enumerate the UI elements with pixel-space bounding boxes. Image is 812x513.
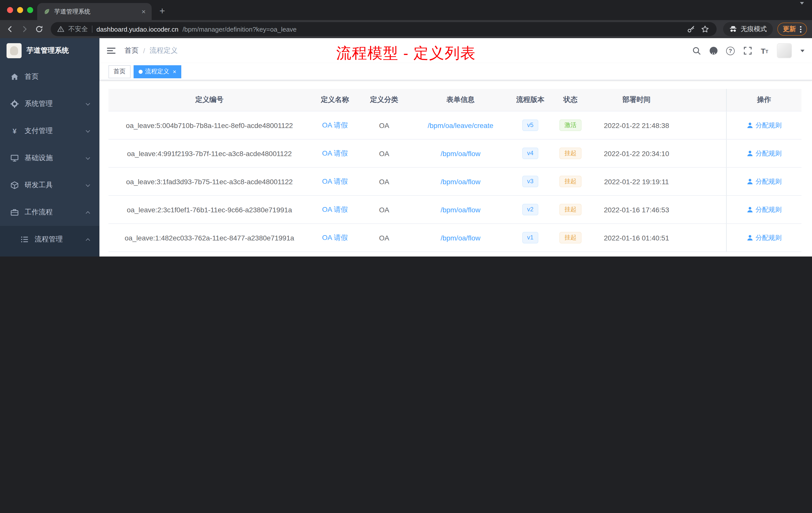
chrome-update-button[interactable]: 更新 — [777, 23, 807, 36]
browser-tab[interactable]: 芋道管理系统 × — [37, 3, 152, 20]
col-deploy-time: 部署时间 — [592, 95, 680, 104]
cell-status: 挂起 — [548, 204, 592, 215]
warning-icon — [57, 26, 64, 33]
definition-name-link[interactable]: OA 请假 — [322, 205, 348, 213]
definition-name-link[interactable]: OA 请假 — [322, 149, 348, 157]
incognito-label: 无痕模式 — [741, 25, 767, 34]
sidebar-item-payment[interactable]: ¥ 支付管理 — [0, 117, 99, 145]
form-info-link[interactable]: /bpm/oa/flow — [441, 149, 481, 157]
font-size-icon[interactable]: TT — [760, 46, 769, 56]
gear-icon — [10, 100, 19, 108]
breadcrumb-separator: / — [143, 47, 145, 55]
cell-deploy-time: 2022-01-22 20:34:10 — [592, 149, 680, 157]
cell-category: OA — [359, 234, 409, 242]
form-info-link[interactable]: /bpm/oa/flow — [441, 234, 481, 242]
monitor-icon — [10, 154, 19, 162]
window-controls — [7, 7, 33, 13]
form-info-link[interactable]: /bpm/oa/flow — [441, 177, 481, 185]
status-badge: 挂起 — [559, 232, 581, 243]
sidebar-item-system[interactable]: 系统管理 — [0, 90, 99, 117]
tag-home[interactable]: 首页 — [109, 65, 130, 78]
definition-name-link[interactable]: OA 请假 — [322, 121, 348, 129]
tab-search-icon[interactable] — [800, 4, 804, 13]
browser-menu-icon[interactable] — [800, 26, 802, 32]
assign-rule-link[interactable]: 分配规则 — [747, 233, 782, 242]
version-tag: v5 — [522, 119, 538, 131]
cell-category: OA — [359, 206, 409, 214]
tag-close-icon[interactable]: × — [173, 68, 176, 75]
cell-definition-id: oa_leave:4:991f2193-7b7f-11ec-a3c8-acde4… — [109, 149, 310, 157]
page-content: 定义编号 定义名称 定义分类 表单信息 流程版本 状态 部署时间 操作 oa_l… — [99, 80, 812, 256]
assign-rule-link[interactable]: 分配规则 — [747, 177, 782, 186]
cell-deploy-time: 2022-01-16 01:40:51 — [592, 234, 680, 242]
col-definition-id: 定义编号 — [109, 95, 310, 104]
cell-category: OA — [359, 149, 409, 157]
avatar-caret-icon[interactable] — [801, 50, 805, 52]
back-icon[interactable] — [5, 24, 15, 34]
sidebar-item-label: 研发工具 — [25, 181, 53, 190]
cell-definition-name: OA 请假 — [310, 177, 359, 186]
cell-actions: 分配规则 — [726, 224, 802, 251]
user-icon — [747, 178, 753, 185]
user-icon — [747, 122, 753, 128]
sidebar-item-infrastructure[interactable]: 基础设施 — [0, 145, 99, 172]
sidebar-item-home[interactable]: 首页 — [0, 63, 99, 90]
hamburger-icon[interactable] — [107, 46, 117, 56]
form-info-link[interactable]: /bpm/oa/flow — [441, 206, 481, 214]
sidebar-item-process-management[interactable]: 流程管理 — [0, 226, 99, 253]
assign-rule-link[interactable]: 分配规则 — [747, 149, 782, 158]
cell-form-info: /bpm/oa/flow — [409, 206, 512, 214]
logo-title: 芋道管理系统 — [27, 46, 69, 55]
github-icon[interactable] — [708, 46, 718, 56]
new-tab-button[interactable]: + — [155, 3, 170, 19]
table-row: oa_leave:2:3c1f0ef1-76b1-11ec-9c66-a2380… — [109, 196, 802, 224]
breadcrumb-home[interactable]: 首页 — [124, 46, 139, 55]
cell-version: v5 — [512, 119, 548, 131]
sidebar-item-workflow[interactable]: 工作流程 — [0, 199, 99, 226]
cell-actions: 分配规则 — [726, 140, 802, 167]
search-icon[interactable] — [692, 46, 701, 56]
reload-icon[interactable] — [34, 24, 44, 34]
cell-definition-name: OA 请假 — [310, 233, 359, 242]
window-minimize-button[interactable] — [17, 7, 23, 13]
window-zoom-button[interactable] — [27, 7, 33, 13]
definition-name-link[interactable]: OA 请假 — [322, 233, 348, 241]
table-row: oa_leave:1:482ec033-762a-11ec-8477-a2380… — [109, 224, 802, 252]
avatar[interactable] — [777, 43, 792, 58]
url-path: /bpm/manager/definition?key=oa_leave — [182, 25, 297, 33]
table-row: oa_leave:4:991f2193-7b7f-11ec-a3c8-acde4… — [109, 140, 802, 168]
cell-definition-id: oa_leave:5:004b710b-7b8a-11ec-8ef0-acde4… — [109, 121, 310, 129]
password-key-icon[interactable] — [686, 24, 696, 34]
cell-status: 挂起 — [548, 232, 592, 243]
sidebar-item-devtools[interactable]: 研发工具 — [0, 172, 99, 199]
sidebar-item-process-form[interactable]: 流程表单 — [0, 253, 99, 256]
col-version: 流程版本 — [512, 95, 548, 104]
active-dot — [139, 69, 143, 73]
cell-deploy-time: 2022-01-22 21:48:38 — [592, 121, 680, 129]
bookmark-star-icon[interactable] — [700, 24, 710, 34]
sidebar-item-label: 流程管理 — [35, 235, 63, 244]
assign-rule-link[interactable]: 分配规则 — [747, 121, 782, 130]
form-info-link[interactable]: /bpm/oa/leave/create — [428, 121, 493, 129]
address-bar[interactable]: 不安全 dashboard.yudao.iocoder.cn/bpm/manag… — [51, 22, 717, 36]
chevron-down-icon — [86, 101, 90, 105]
help-icon[interactable]: ? — [726, 46, 735, 56]
logo-image — [6, 43, 22, 58]
status-badge: 挂起 — [559, 176, 581, 187]
status-badge: 激活 — [559, 119, 581, 131]
update-label: 更新 — [783, 25, 796, 34]
tag-process-definition[interactable]: 流程定义 × — [134, 65, 181, 78]
fullscreen-icon[interactable] — [743, 46, 752, 56]
definition-name-link[interactable]: OA 请假 — [322, 177, 348, 185]
assign-rule-link[interactable]: 分配规则 — [747, 205, 782, 214]
window-close-button[interactable] — [7, 7, 13, 13]
header-actions: ? TT — [692, 43, 805, 58]
chevron-up-icon — [86, 211, 90, 215]
table-row: oa_leave:3:1fad3d93-7b75-11ec-a3c8-acde4… — [109, 168, 802, 196]
cell-category: OA — [359, 121, 409, 129]
user-icon — [747, 206, 753, 213]
cell-form-info: /bpm/oa/flow — [409, 234, 512, 242]
version-tag: v1 — [522, 232, 538, 243]
tab-close-icon[interactable]: × — [142, 7, 146, 16]
forward-icon[interactable] — [20, 24, 30, 34]
